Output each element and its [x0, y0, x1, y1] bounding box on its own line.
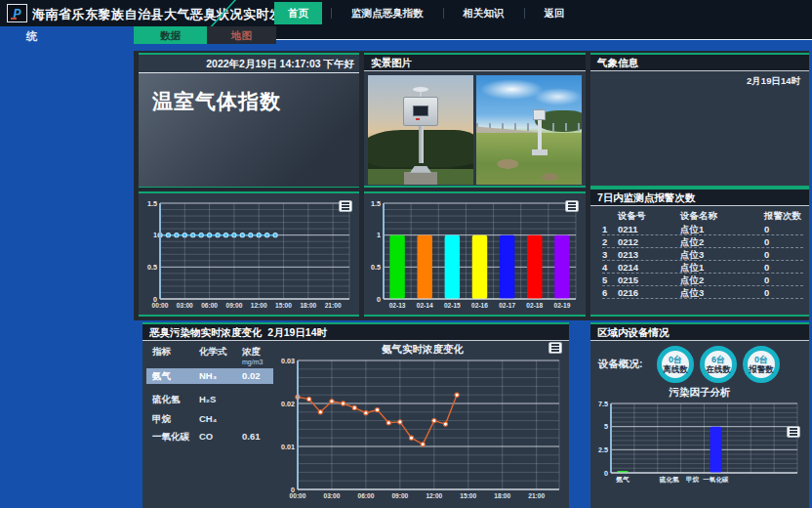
svg-text:5: 5 [604, 422, 608, 431]
nav-odor-index[interactable]: 监测点恶臭指数 [341, 2, 434, 24]
svg-text:02-15: 02-15 [444, 302, 461, 309]
logo-accent [11, 18, 17, 20]
svg-text:7.5: 7.5 [598, 400, 608, 408]
chart-toolbox-icon[interactable] [548, 342, 562, 354]
device-overview: 设备概况: 0台 离线数 6台 在线数 0台 报警数 [590, 341, 809, 383]
app-title: 海南省乐东黎族自治县大气恶臭状况实时发布系 [32, 6, 309, 23]
nav-back[interactable]: 返回 [534, 2, 576, 24]
svg-text:21:00: 21:00 [325, 302, 342, 309]
col-alarm-count: 报警次数 [764, 209, 803, 223]
chart-toolbox-icon[interactable] [339, 200, 352, 212]
site-photo-2 [476, 75, 582, 185]
alarm-row: 10211点位10 [602, 223, 803, 235]
col-device-id: 设备号 [618, 209, 680, 223]
site-photos-title: 实景图片 [364, 55, 586, 71]
svg-text:00:00: 00:00 [152, 302, 169, 309]
greeting-panel: 2022年2月19日 14:17:03 下午好 温室气体指数 [139, 53, 359, 188]
svg-text:0: 0 [377, 295, 381, 304]
weather-panel: 气象信息 2月19日14时 [590, 53, 809, 188]
svg-text:0.03: 0.03 [281, 357, 295, 365]
daily-index-panel: 00.511.502-1302-1402-1502-1602-1702-1802… [364, 191, 586, 317]
photo1-plinth [404, 172, 437, 185]
chart-toolbox-icon[interactable] [565, 200, 579, 212]
svg-text:02-18: 02-18 [526, 302, 543, 309]
greenhouse-index-chart[interactable]: 00.511.500:0003:0006:0009:0012:0015:0018… [139, 193, 359, 315]
svg-text:09:00: 09:00 [225, 302, 242, 309]
svg-text:甲烷: 甲烷 [686, 476, 700, 484]
site-photos-panel: 实景图片 [364, 53, 586, 188]
svg-text:0.01: 0.01 [281, 443, 295, 451]
photo1-monitor-cabinet [403, 97, 438, 126]
svg-text:02-16: 02-16 [471, 302, 488, 309]
site-photos [364, 71, 586, 189]
alarm-count-panel: 7日内监测点报警次数 设备号 设备名称 报警次数 10211点位10 20212… [590, 188, 809, 317]
ammonia-trend-chart[interactable]: 00.010.020.0300:0003:0006:0009:0012:0015… [278, 357, 567, 503]
tab-map[interactable]: 地图 [207, 26, 276, 44]
alarm-row: 50215点位20 [602, 274, 803, 286]
svg-text:03:00: 03:00 [177, 302, 193, 309]
alarm-table: 设备号 设备名称 报警次数 10211点位10 20212点位20 30213点… [590, 206, 809, 299]
site-photo-1 [368, 75, 473, 185]
weather-title: 气象信息 [590, 55, 809, 71]
svg-text:02-19: 02-19 [553, 302, 570, 309]
stat-online: 6台 在线数 [700, 346, 737, 383]
index-trend-panel: 00.511.500:0003:0006:0009:0012:0015:0018… [139, 191, 359, 317]
alarm-row: 20212点位20 [602, 235, 803, 248]
pollutant-row[interactable]: 硫化氢 H₂S [142, 392, 277, 407]
svg-text:02-13: 02-13 [389, 302, 406, 309]
photo2-cloud [534, 88, 582, 106]
col-device-name: 设备名称 [680, 209, 764, 223]
svg-text:2.5: 2.5 [598, 445, 608, 454]
svg-text:09:00: 09:00 [391, 492, 408, 499]
svg-text:06:00: 06:00 [357, 492, 374, 499]
stat-offline: 0台 离线数 [657, 346, 694, 383]
nav-separator [524, 8, 525, 19]
chart-toolbox-icon[interactable] [787, 426, 800, 438]
pollutant-panel-title: 恶臭污染物实时浓度变化 2月19日14时 [142, 324, 569, 341]
view-tabs: 数据 地图 [134, 26, 276, 44]
ammonia-chart-title: 氨气实时浓度变化 [278, 341, 567, 357]
nav-separator [443, 8, 444, 19]
header-divider [276, 39, 812, 40]
alarm-table-header: 设备号 设备名称 报警次数 [602, 209, 803, 223]
svg-text:02-14: 02-14 [417, 302, 433, 309]
svg-text:一氧化碳: 一氧化碳 [703, 476, 729, 484]
svg-text:1: 1 [377, 231, 381, 239]
datetime-text: 2022年2月19日 14:17:03 下午好 [139, 55, 359, 73]
stat-alarm: 0台 报警数 [743, 346, 780, 383]
svg-text:03:00: 03:00 [324, 492, 341, 499]
svg-text:02-17: 02-17 [499, 302, 515, 309]
svg-text:06:00: 06:00 [201, 302, 218, 309]
photo1-pole [419, 126, 424, 163]
pollutant-row-selected[interactable]: 氨气 NH₃ 0.02 [146, 368, 273, 384]
weather-timestamp: 2月19日14时 [590, 71, 809, 88]
nav-separator [331, 8, 332, 19]
svg-text:12:00: 12:00 [426, 492, 442, 499]
tab-data[interactable]: 数据 [134, 26, 207, 44]
svg-text:1.5: 1.5 [147, 199, 157, 208]
svg-text:00:00: 00:00 [290, 492, 306, 499]
svg-text:氨气: 氨气 [615, 476, 629, 484]
pollution-factor-title: 污染因子分析 [590, 386, 809, 400]
photo2-station-pole [538, 117, 542, 152]
svg-text:1.5: 1.5 [371, 199, 381, 208]
svg-text:15:00: 15:00 [460, 492, 476, 499]
photo1-cabinet-screen [413, 106, 428, 116]
photo2-station-head [533, 109, 546, 120]
nav-knowledge[interactable]: 相关知识 [453, 2, 515, 24]
daily-index-chart[interactable]: 00.511.502-1302-1402-1502-1602-1702-1802… [364, 193, 586, 315]
photo2-station-base [532, 149, 548, 155]
ammonia-chart-area: 氨气实时浓度变化 00.010.020.0300:0003:0006:0009:… [278, 341, 567, 507]
pollution-factor-chart[interactable]: 02.557.5氨气硫化氢甲烷一氧化碳 [594, 400, 805, 486]
svg-text:0.02: 0.02 [281, 400, 295, 408]
nav-home[interactable]: 首页 [274, 2, 322, 24]
photo1-cabinet-light [416, 118, 420, 120]
svg-text:0.5: 0.5 [371, 263, 381, 272]
pollutant-row[interactable]: 甲烷 CH₄ [142, 411, 277, 427]
alarm-row: 30213点位30 [602, 248, 803, 261]
device-overview-label: 设备概况: [598, 358, 651, 371]
app-logo: P [7, 4, 27, 22]
pollutant-row[interactable]: 一氧化碳 CO 0.61 [142, 429, 277, 444]
app-title-wrap: 统 [26, 29, 38, 44]
svg-text:15:00: 15:00 [275, 302, 292, 309]
